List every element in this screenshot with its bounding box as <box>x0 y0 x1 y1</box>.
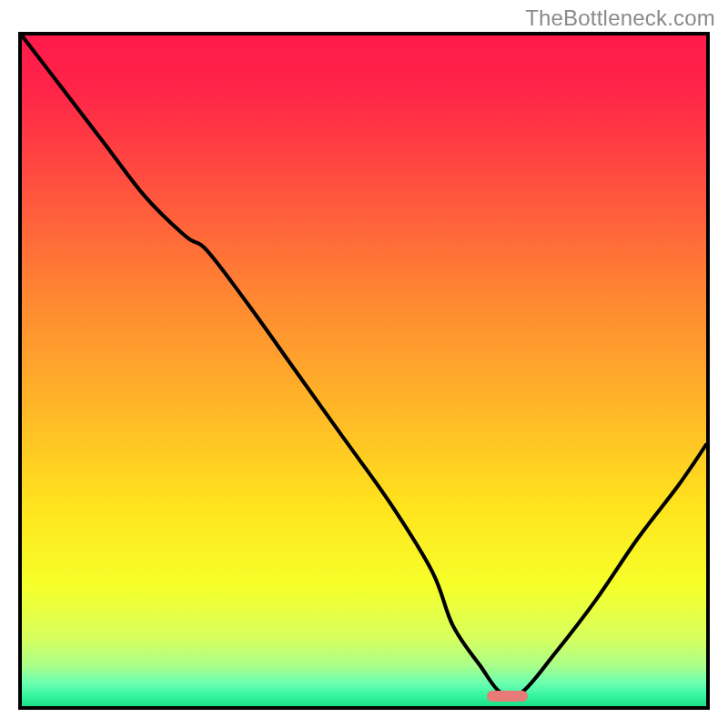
optimal-range-marker <box>487 691 528 702</box>
bottleneck-curve <box>22 35 706 697</box>
chart-frame <box>18 32 710 710</box>
watermark-text: TheBottleneck.com <box>525 5 715 31</box>
chart-curve-layer <box>22 35 706 706</box>
